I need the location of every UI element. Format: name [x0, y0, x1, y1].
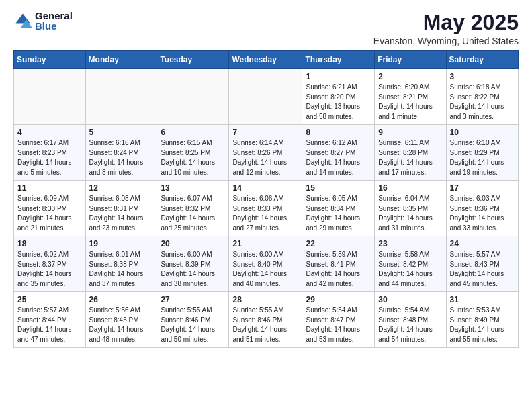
day-number: 7 — [232, 128, 298, 137]
day-number: 29 — [306, 295, 371, 304]
cell-w1-d7: 3Sunrise: 6:18 AM Sunset: 8:22 PM Daylig… — [446, 69, 518, 125]
day-content: Sunrise: 6:02 AM Sunset: 8:37 PM Dayligh… — [17, 250, 82, 289]
day-content: Sunrise: 5:58 AM Sunset: 8:42 PM Dayligh… — [378, 250, 442, 289]
cell-w3-d1: 11Sunrise: 6:09 AM Sunset: 8:30 PM Dayli… — [14, 181, 86, 236]
day-content: Sunrise: 6:10 AM Sunset: 8:29 PM Dayligh… — [450, 138, 515, 177]
cell-w2-d6: 9Sunrise: 6:11 AM Sunset: 8:28 PM Daylig… — [375, 125, 446, 181]
cell-w2-d7: 10Sunrise: 6:10 AM Sunset: 8:29 PM Dayli… — [446, 125, 518, 181]
day-content: Sunrise: 5:53 AM Sunset: 8:49 PM Dayligh… — [450, 306, 515, 345]
cell-w3-d3: 13Sunrise: 6:07 AM Sunset: 8:32 PM Dayli… — [157, 181, 229, 236]
day-content: Sunrise: 6:18 AM Sunset: 8:22 PM Dayligh… — [450, 83, 515, 122]
cell-w1-d6: 2Sunrise: 6:20 AM Sunset: 8:21 PM Daylig… — [375, 69, 446, 125]
day-number: 13 — [161, 183, 225, 193]
col-friday: Friday — [375, 51, 446, 69]
week-row-3: 11Sunrise: 6:09 AM Sunset: 8:30 PM Dayli… — [14, 181, 519, 236]
day-number: 3 — [450, 72, 515, 81]
day-number: 15 — [306, 183, 371, 193]
day-number: 30 — [378, 295, 442, 304]
cell-w5-d7: 31Sunrise: 5:53 AM Sunset: 8:49 PM Dayli… — [446, 292, 518, 348]
day-number: 4 — [17, 128, 82, 137]
day-content: Sunrise: 6:05 AM Sunset: 8:34 PM Dayligh… — [306, 194, 371, 233]
day-content: Sunrise: 5:54 AM Sunset: 8:48 PM Dayligh… — [378, 306, 442, 345]
day-content: Sunrise: 5:56 AM Sunset: 8:45 PM Dayligh… — [89, 306, 154, 345]
week-row-4: 18Sunrise: 6:02 AM Sunset: 8:37 PM Dayli… — [14, 236, 519, 292]
cell-w4-d7: 24Sunrise: 5:57 AM Sunset: 8:43 PM Dayli… — [446, 236, 518, 292]
day-number: 1 — [306, 72, 371, 81]
day-number: 31 — [450, 295, 515, 304]
day-number: 22 — [306, 239, 371, 248]
day-content: Sunrise: 6:20 AM Sunset: 8:21 PM Dayligh… — [378, 83, 442, 122]
cell-w5-d3: 27Sunrise: 5:55 AM Sunset: 8:46 PM Dayli… — [157, 292, 229, 348]
cell-w3-d5: 15Sunrise: 6:05 AM Sunset: 8:34 PM Dayli… — [302, 181, 375, 236]
day-content: Sunrise: 6:15 AM Sunset: 8:25 PM Dayligh… — [161, 138, 225, 177]
logo: General Blue — [13, 11, 73, 31]
col-monday: Monday — [85, 51, 157, 69]
col-thursday: Thursday — [302, 51, 375, 69]
day-number: 10 — [450, 128, 515, 137]
page: General Blue May 2025 Evanston, Wyoming,… — [0, 0, 532, 355]
cell-w4-d4: 21Sunrise: 6:00 AM Sunset: 8:40 PM Dayli… — [229, 236, 302, 292]
day-number: 23 — [378, 239, 442, 248]
cell-w4-d1: 18Sunrise: 6:02 AM Sunset: 8:37 PM Dayli… — [14, 236, 86, 292]
day-number: 25 — [17, 295, 82, 304]
day-content: Sunrise: 6:14 AM Sunset: 8:26 PM Dayligh… — [232, 138, 298, 177]
header-row: Sunday Monday Tuesday Wednesday Thursday… — [14, 51, 519, 69]
week-row-5: 25Sunrise: 5:57 AM Sunset: 8:44 PM Dayli… — [14, 292, 519, 348]
day-content: Sunrise: 6:00 AM Sunset: 8:39 PM Dayligh… — [161, 250, 225, 289]
day-content: Sunrise: 5:55 AM Sunset: 8:46 PM Dayligh… — [232, 306, 298, 345]
col-sunday: Sunday — [14, 51, 86, 69]
day-number: 16 — [378, 183, 442, 193]
day-number: 8 — [306, 128, 371, 137]
day-content: Sunrise: 5:59 AM Sunset: 8:41 PM Dayligh… — [306, 250, 371, 289]
cell-w5-d1: 25Sunrise: 5:57 AM Sunset: 8:44 PM Dayli… — [14, 292, 86, 348]
day-content: Sunrise: 6:03 AM Sunset: 8:36 PM Dayligh… — [450, 194, 515, 233]
logo-icon — [13, 11, 32, 30]
week-row-1: 1Sunrise: 6:21 AM Sunset: 8:20 PM Daylig… — [14, 69, 519, 125]
cell-w4-d5: 22Sunrise: 5:59 AM Sunset: 8:41 PM Dayli… — [302, 236, 375, 292]
calendar-table: Sunday Monday Tuesday Wednesday Thursday… — [13, 50, 519, 348]
logo-blue-text: Blue — [35, 21, 73, 31]
day-number: 9 — [378, 128, 442, 137]
day-number: 18 — [17, 239, 82, 248]
day-content: Sunrise: 6:04 AM Sunset: 8:35 PM Dayligh… — [378, 194, 442, 233]
cell-w5-d4: 28Sunrise: 5:55 AM Sunset: 8:46 PM Dayli… — [229, 292, 302, 348]
day-number: 28 — [232, 295, 298, 304]
day-number: 12 — [89, 183, 154, 193]
cell-w5-d5: 29Sunrise: 5:54 AM Sunset: 8:47 PM Dayli… — [302, 292, 375, 348]
day-content: Sunrise: 6:21 AM Sunset: 8:20 PM Dayligh… — [306, 83, 371, 122]
day-number: 27 — [161, 295, 225, 304]
day-content: Sunrise: 6:06 AM Sunset: 8:33 PM Dayligh… — [232, 194, 298, 233]
subtitle: Evanston, Wyoming, United States — [373, 36, 519, 46]
cell-w2-d2: 5Sunrise: 6:16 AM Sunset: 8:24 PM Daylig… — [85, 125, 157, 181]
cell-w2-d1: 4Sunrise: 6:17 AM Sunset: 8:23 PM Daylig… — [14, 125, 86, 181]
title-block: May 2025 Evanston, Wyoming, United State… — [373, 11, 519, 46]
logo-text: General Blue — [35, 11, 73, 31]
day-number: 26 — [89, 295, 154, 304]
cell-w5-d2: 26Sunrise: 5:56 AM Sunset: 8:45 PM Dayli… — [85, 292, 157, 348]
day-number: 24 — [450, 239, 515, 248]
day-number: 19 — [89, 239, 154, 248]
cell-w1-d3 — [157, 69, 229, 125]
col-saturday: Saturday — [446, 51, 518, 69]
day-content: Sunrise: 5:57 AM Sunset: 8:43 PM Dayligh… — [450, 250, 515, 289]
week-row-2: 4Sunrise: 6:17 AM Sunset: 8:23 PM Daylig… — [14, 125, 519, 181]
cell-w3-d6: 16Sunrise: 6:04 AM Sunset: 8:35 PM Dayli… — [375, 181, 446, 236]
day-content: Sunrise: 6:01 AM Sunset: 8:38 PM Dayligh… — [89, 250, 154, 289]
cell-w4-d2: 19Sunrise: 6:01 AM Sunset: 8:38 PM Dayli… — [85, 236, 157, 292]
day-content: Sunrise: 6:00 AM Sunset: 8:40 PM Dayligh… — [232, 250, 298, 289]
cell-w4-d3: 20Sunrise: 6:00 AM Sunset: 8:39 PM Dayli… — [157, 236, 229, 292]
day-content: Sunrise: 6:11 AM Sunset: 8:28 PM Dayligh… — [378, 138, 442, 177]
day-number: 14 — [232, 183, 298, 193]
cell-w3-d7: 17Sunrise: 6:03 AM Sunset: 8:36 PM Dayli… — [446, 181, 518, 236]
day-number: 20 — [161, 239, 225, 248]
col-wednesday: Wednesday — [229, 51, 302, 69]
day-content: Sunrise: 6:08 AM Sunset: 8:31 PM Dayligh… — [89, 194, 154, 233]
cell-w3-d2: 12Sunrise: 6:08 AM Sunset: 8:31 PM Dayli… — [85, 181, 157, 236]
main-title: May 2025 — [373, 11, 519, 34]
day-content: Sunrise: 6:12 AM Sunset: 8:27 PM Dayligh… — [306, 138, 371, 177]
cell-w2-d5: 8Sunrise: 6:12 AM Sunset: 8:27 PM Daylig… — [302, 125, 375, 181]
cell-w1-d5: 1Sunrise: 6:21 AM Sunset: 8:20 PM Daylig… — [302, 69, 375, 125]
day-number: 21 — [232, 239, 298, 248]
cell-w2-d4: 7Sunrise: 6:14 AM Sunset: 8:26 PM Daylig… — [229, 125, 302, 181]
day-number: 11 — [17, 183, 82, 193]
